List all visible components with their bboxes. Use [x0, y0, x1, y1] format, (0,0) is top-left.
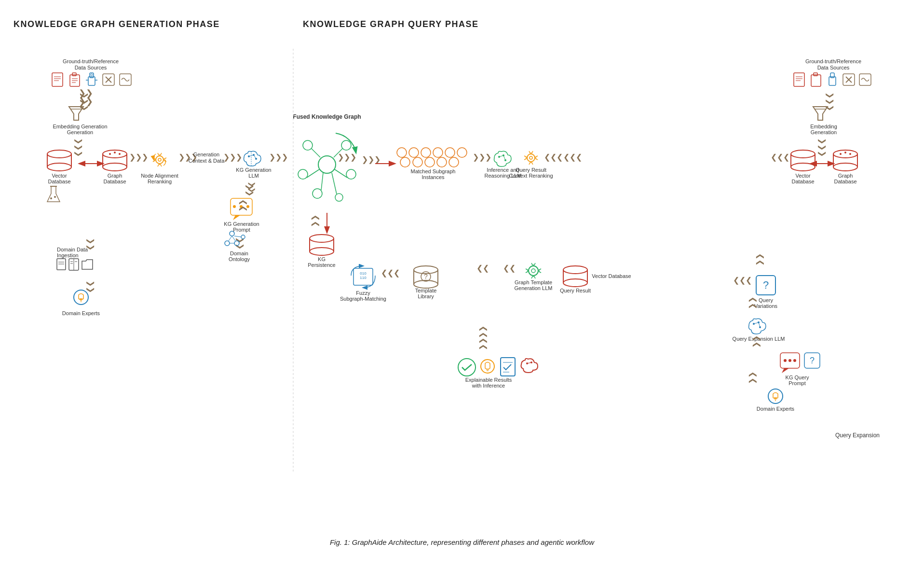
- ingestion-folder: [82, 260, 93, 269]
- svg-text:❯❯: ❯❯: [755, 253, 764, 266]
- svg-point-100: [318, 156, 336, 173]
- svg-text:Instances: Instances: [421, 174, 445, 180]
- svg-text:LLM: LLM: [248, 173, 258, 179]
- r-source-icon-3: [829, 73, 836, 85]
- svg-line-109: [307, 169, 319, 178]
- svg-text:Vector: Vector: [52, 173, 67, 179]
- svg-text:Database: Database: [791, 179, 814, 184]
- svg-text:110: 110: [360, 276, 367, 280]
- svg-text:Embedding
Generation: Embedding Generation: [53, 124, 107, 129]
- svg-text:❯❯: ❯❯: [478, 326, 487, 338]
- svg-point-187: [397, 148, 407, 157]
- source-icon-1: [52, 73, 63, 86]
- funnel-right: [813, 107, 828, 120]
- svg-text:Query Expansion: Query Expansion: [835, 432, 880, 439]
- svg-text:Ingestion: Ingestion: [57, 252, 79, 258]
- svg-point-189: [421, 148, 431, 157]
- svg-line-111: [321, 173, 323, 190]
- svg-text:Ground-truth/Reference: Ground-truth/Reference: [63, 58, 119, 64]
- svg-text:Generation: Generation: [193, 152, 219, 157]
- svg-text:Graph: Graph: [108, 173, 122, 179]
- svg-text:Matched Subgraph: Matched Subgraph: [411, 168, 456, 174]
- svg-text:❯❯: ❯❯: [311, 215, 319, 227]
- svg-text:❯❯: ❯❯: [748, 297, 757, 309]
- explainable-results: [458, 359, 476, 376]
- svg-text:Generation LLM: Generation LLM: [515, 285, 553, 291]
- svg-text:Subgraph-Matching: Subgraph-Matching: [340, 296, 386, 302]
- svg-text:Generation: Generation: [811, 129, 837, 135]
- inference-llm: [494, 151, 511, 167]
- svg-text:Variations: Variations: [754, 303, 778, 309]
- svg-point-154: [844, 152, 846, 153]
- svg-text:Fused Knowledge Graph: Fused Knowledge Graph: [293, 113, 361, 120]
- svg-line-168: [754, 322, 759, 324]
- svg-point-181: [768, 389, 783, 403]
- svg-text:Persistence: Persistence: [308, 262, 335, 268]
- svg-point-234: [531, 269, 535, 273]
- svg-text:KG: KG: [318, 256, 326, 262]
- svg-text:Graph: Graph: [838, 173, 853, 179]
- svg-text:❯❯❯: ❯❯❯: [338, 153, 356, 162]
- r-source-icon-4: [843, 74, 855, 85]
- query-result-cyl: [563, 266, 587, 287]
- svg-text:❯❯: ❯❯: [748, 372, 757, 384]
- svg-point-175: [793, 359, 796, 362]
- svg-text:Graph Template: Graph Template: [515, 279, 552, 285]
- domain-experts-left: [74, 290, 88, 305]
- svg-text:Vector Database: Vector Database: [592, 273, 631, 279]
- svg-line-91: [229, 236, 232, 241]
- svg-text:Context Reranking: Context Reranking: [509, 173, 553, 179]
- flask-left: [47, 186, 60, 202]
- source-icon-4: [103, 74, 114, 85]
- svg-point-142: [791, 150, 815, 158]
- svg-point-174: [788, 359, 791, 362]
- matched-subgraph: [397, 148, 467, 167]
- svg-text:Query: Query: [759, 297, 773, 303]
- svg-point-153: [840, 153, 842, 155]
- svg-point-119: [310, 248, 334, 255]
- svg-point-194: [413, 157, 422, 167]
- svg-text:❯❯❯: ❯❯❯: [80, 92, 89, 111]
- svg-point-99: [54, 196, 56, 198]
- svg-point-196: [437, 157, 447, 167]
- graph-db-right: [833, 150, 857, 171]
- svg-point-61: [233, 205, 236, 208]
- svg-text:❯❯: ❯❯: [478, 338, 487, 350]
- svg-point-38: [109, 153, 111, 155]
- svg-text:Query Result: Query Result: [560, 288, 591, 293]
- svg-text:Database: Database: [834, 179, 856, 184]
- svg-text:Domain Data: Domain Data: [57, 247, 88, 252]
- svg-point-27: [47, 150, 71, 158]
- svg-point-79: [74, 290, 88, 305]
- svg-text:Domain Experts: Domain Experts: [62, 310, 100, 316]
- svg-text:Prompt: Prompt: [233, 227, 250, 233]
- kg-query-prompt: [780, 353, 800, 373]
- svg-text:❮❮: ❮❮: [476, 264, 489, 273]
- svg-text:KG Query: KG Query: [786, 375, 809, 380]
- svg-point-13: [91, 74, 93, 76]
- svg-text:❮❮❮: ❮❮❮: [563, 153, 582, 162]
- node-align-left: [153, 153, 166, 167]
- svg-line-92: [232, 236, 235, 241]
- template-library: ?: [414, 266, 438, 288]
- svg-point-188: [409, 148, 419, 157]
- svg-line-204: [499, 155, 503, 157]
- svg-point-101: [303, 140, 313, 150]
- svg-point-39: [114, 152, 116, 153]
- svg-point-63: [246, 205, 249, 208]
- svg-text:Vector: Vector: [795, 173, 811, 179]
- svg-point-40: [119, 153, 121, 155]
- svg-text:❯❯❯: ❯❯❯: [362, 155, 380, 164]
- main-container: KNOWLEDGE GRAPH GENERATION PHASE KNOWLED…: [14, 19, 910, 546]
- phases-header: KNOWLEDGE GRAPH GENERATION PHASE KNOWLED…: [14, 19, 910, 29]
- svg-rect-130: [814, 73, 817, 76]
- svg-point-149: [833, 150, 857, 158]
- svg-point-213: [563, 266, 587, 274]
- svg-point-116: [310, 235, 334, 242]
- svg-line-56: [254, 155, 256, 159]
- query-expansion-llm: [749, 319, 766, 334]
- ingestion-doc1: [57, 259, 66, 270]
- figure-caption: Fig. 1: GraphAide Architecture, represen…: [14, 538, 910, 546]
- svg-line-107: [312, 149, 320, 157]
- svg-point-192: [457, 148, 467, 157]
